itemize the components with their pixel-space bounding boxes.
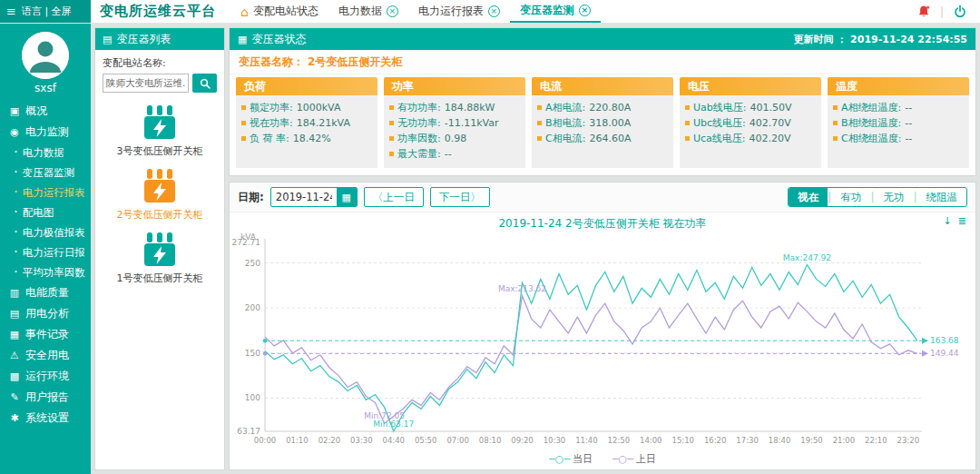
transformer-status-header: ▦ 变压器状态 更新时间 ： 2019-11-24 22:54:55 (230, 28, 975, 50)
svg-text:07:00: 07:00 (446, 436, 468, 445)
alarm-bell-icon[interactable] (916, 5, 931, 19)
avatar[interactable] (22, 32, 69, 79)
svg-text:14:00: 14:00 (640, 436, 662, 445)
sidebar-item-distribution-diagram[interactable]: ·配电图 (0, 202, 91, 222)
sidebar-item-operating-env[interactable]: ▩运行环境 (0, 366, 91, 387)
sidebar-item-transformer-monitoring[interactable]: ·变压器监测 (0, 163, 91, 183)
status-row: 功率因数:0.98 (389, 131, 520, 146)
data-view-icon[interactable]: ≣ (958, 215, 966, 227)
panel-icon: ▦ (238, 34, 247, 45)
sidebar-item-power-data[interactable]: ·电力数据 (0, 143, 91, 163)
bullet-icon (241, 121, 246, 125)
settings-icon: ✱ (8, 412, 21, 424)
sidebar-item-event-record[interactable]: ▦事件记录 (0, 324, 91, 345)
tab-station-status[interactable]: ⌂变配电站状态 (230, 0, 328, 23)
status-row: 视在功率:184.21kVA (241, 115, 372, 131)
update-time: 更新时间 ： 2019-11-24 22:54:55 (793, 33, 967, 46)
date-input[interactable] (271, 191, 337, 203)
bullet-icon: · (14, 228, 18, 237)
transformer-list-panel: ▤ 变压器列表 变配电站名称: 3号变低压侧开关柜2号变低压侧开关柜1号变低压侧… (94, 27, 225, 470)
status-row-value: 318.00A (589, 115, 631, 131)
svg-text:02:20: 02:20 (318, 436, 341, 445)
sidebar-item-power-daily-report[interactable]: ·电力运行日报 (0, 242, 91, 262)
sidebar: sxsf ▣概况◉电力监测·电力数据·变压器监测·电力运行报表·配电图·电力极值… (0, 24, 91, 474)
power-logout-icon[interactable] (953, 5, 967, 19)
sidebar-item-overview[interactable]: ▣概况 (0, 101, 91, 122)
line-chart: 63.17100150200250272.71kVA00:0001:1002:2… (230, 232, 975, 459)
tab-label: 变压器监测 (520, 3, 574, 18)
tab-transformer-monitor[interactable]: 变压器监测× (510, 0, 601, 23)
sidebar-item-system-settings[interactable]: ✱系统设置 (0, 408, 91, 429)
svg-text:Min:72.05: Min:72.05 (364, 411, 405, 420)
bullet-icon: · (14, 168, 18, 177)
status-row-value: -- (905, 115, 912, 131)
home-icon: ⌂ (240, 5, 249, 18)
status-row: 额定功率:1000kVA (241, 100, 372, 115)
mode-reactive-power[interactable]: 无功 (874, 188, 913, 206)
sidebar-item-user-report[interactable]: ✎用户报告 (0, 387, 91, 408)
mode-apparent[interactable]: 视在 (789, 188, 828, 206)
sidebar-item-power-extreme-report[interactable]: ·电力极值报表 (0, 222, 91, 242)
transformer-item[interactable]: 2号变低压侧开关柜 (95, 168, 224, 222)
svg-text:05:50: 05:50 (415, 436, 437, 445)
sidebar-item-power-operation-report[interactable]: ·电力运行报表 (0, 183, 91, 202)
sidebar-item-power-quality[interactable]: ▥电能质量 (0, 282, 91, 303)
series-当日 (265, 265, 917, 431)
mode-active-power[interactable]: 有功 (831, 188, 870, 206)
legend-item[interactable]: ─○─上日 (612, 452, 656, 466)
status-row: A相绕组温度:-- (833, 100, 964, 115)
station-search: 变配电站名称: (95, 50, 224, 94)
report-pen-icon: ✎ (8, 391, 21, 403)
status-column: 温度A相绕组温度:--B相绕组温度:--C相绕组温度:-- (828, 77, 969, 168)
tab-label: 电力运行报表 (418, 4, 484, 19)
svg-text:12:50: 12:50 (608, 436, 631, 445)
legend-label: 当日 (573, 452, 593, 466)
close-icon[interactable]: × (387, 5, 398, 17)
mode-winding-temp[interactable]: 绕阻温 (917, 188, 967, 206)
bullet-icon (833, 121, 838, 125)
hamburger-menu-icon[interactable]: ≡ (6, 5, 16, 18)
status-row-value: 402.70V (750, 115, 791, 131)
transformer-item[interactable]: 3号变低压侧开关柜 (95, 104, 224, 158)
bullet-icon (241, 105, 246, 110)
transformer-list-title: 变压器列表 (116, 32, 171, 47)
user-profile: sxsf (0, 24, 91, 94)
tab-power-report[interactable]: 电力运行报表× (408, 0, 510, 23)
language-fullscreen-label[interactable]: 语言 | 全屏 (22, 5, 72, 18)
sidebar-item-consumption-analysis[interactable]: ▤用电分析 (0, 303, 91, 324)
status-row-value: -- (905, 100, 912, 115)
transformer-status-title: 变压器状态 (251, 32, 306, 47)
status-row: Ubc线电压:402.70V (685, 115, 816, 131)
transformer-status-card: ▦ 变压器状态 更新时间 ： 2019-11-24 22:54:55 变压器名称… (229, 27, 976, 176)
sidebar-item-safe-power[interactable]: ⚠安全用电 (0, 345, 91, 366)
transformer-icon (95, 168, 224, 207)
next-day-button[interactable]: 下一日〉 (430, 187, 490, 207)
transformer-item[interactable]: 1号变低压侧开关柜 (95, 232, 224, 285)
sidebar-menu: ▣概况◉电力监测·电力数据·变压器监测·电力运行报表·配电图·电力极值报表·电力… (0, 101, 91, 429)
sidebar-item-power-monitoring[interactable]: ◉电力监测 (0, 122, 91, 143)
sidebar-item-avg-power-factor[interactable]: ·平均功率因数 (0, 262, 91, 282)
status-row-label: 额定功率: (250, 100, 293, 115)
status-column-body: Uab线电压:401.50VUbc线电压:402.70VUca线电压:402.2… (680, 95, 821, 168)
status-row-value: 1000kVA (297, 100, 341, 115)
calendar-icon[interactable]: ▦ (337, 187, 357, 207)
status-row-value: 402.20V (750, 131, 791, 146)
warning-icon: ⚠ (8, 350, 21, 361)
bullet-icon (537, 136, 542, 141)
date-picker: ▦ (270, 187, 358, 207)
tab-power-data[interactable]: 电力数据× (328, 0, 408, 23)
status-row-label: Ubc线电压: (693, 115, 746, 131)
search-button[interactable] (192, 74, 217, 93)
close-icon[interactable]: × (579, 5, 591, 16)
monitor-icon: ◉ (8, 126, 21, 138)
prev-day-button[interactable]: 〈上一日 (364, 187, 424, 207)
legend-item[interactable]: ─○─当日 (549, 452, 593, 466)
status-column-header: 负荷 (236, 77, 377, 95)
bullet-icon (537, 105, 542, 110)
save-image-icon[interactable]: ↓ (944, 215, 952, 227)
status-row-value: 184.88kW (445, 100, 495, 115)
station-search-input[interactable] (103, 74, 189, 93)
status-column: 功率有功功率:184.88kW无功功率:-11.11kVar功率因数:0.98最… (384, 77, 525, 168)
separator: | (940, 5, 944, 18)
close-icon[interactable]: × (488, 5, 500, 17)
